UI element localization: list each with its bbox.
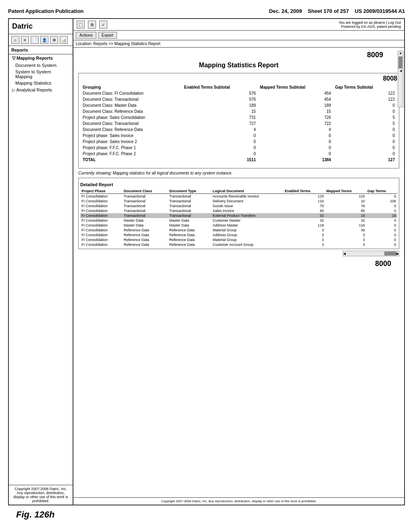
detail-col-doc-type: Document Type [168,189,212,194]
table-row: FI Consolidation Transactional Transacti… [80,208,397,213]
report-inner-number: 8008 [80,75,397,82]
table-row: Project phase: F.F.C. Phase 1 0 0 0 [81,145,396,150]
config-icon[interactable]: ⚙ [88,21,96,29]
table-row: Project phase: Sales Invoice 2 0 0 0 [81,139,396,144]
report-area: ▲ ◀ 8009 Mapping Statistics Report 8008 [73,48,404,497]
detail-col-enabled: Enabled Terms [284,189,325,194]
user-info-line1: You are logged on as jdoarre | Log Out [338,21,401,25]
bottom-scroll-area: ◀ ▶ [78,251,399,256]
sidebar-item-mapping-reports[interactable]: ▽ Mapping Reports [9,54,73,62]
sidebar-menu: ▽ Mapping Reports Document to System Sys… [9,54,73,485]
content-area: 📋 ⚙ ✓ You are logged on as jdoarre | Log… [73,19,404,505]
mapped-col-header: Mapped Terms Subtotal [258,85,332,90]
table-row: Document Class: Transactional 727 722 5 [81,121,396,126]
bottom-number: 8000 [78,260,399,268]
sidebar-logo: Datric [9,19,73,34]
detail-report-title: Detailed Report [80,182,397,187]
scroll-right-arrow[interactable]: ▶ [396,252,399,256]
table-row: FI Consolidation Transactional Transacti… [80,199,397,204]
scrollbar-right[interactable]: ▲ ◀ [398,51,403,107]
detail-col-gap: Gap Terms [366,189,397,194]
detail-table: Project Phase Document Class Document Ty… [80,189,397,247]
gap-col-header: Gap Terms Subtotal [334,85,396,90]
scroll-thumb [398,56,403,69]
sidebar: Datric ⌂ ≡ 📄 👤 ⚙ 📊 Reports ▽ Mapping Rep… [9,19,73,505]
detail-report-box: Detailed Report Project Phase Document C… [78,178,399,249]
sidebar-item-system-mapping[interactable]: System to System Mapping [9,69,73,80]
user-info: You are logged on as jdoarre | Log Out P… [338,21,401,29]
instance-note: Currently showing: Mapping statistics fo… [78,171,399,175]
export-button[interactable]: Export [98,32,117,39]
chart-icon[interactable]: 📊 [60,36,68,44]
scroll-left-arrow[interactable]: ◀ [343,252,346,256]
actions-button[interactable]: Actions [76,32,96,39]
scroll-down-icon: ◀ [400,69,402,73]
table-row: FI Consolidation Transactional Transacti… [80,204,397,208]
table-row: Document Class: Reference Data 4 4 0 [81,127,396,132]
sidebar-item-analytical-reports[interactable]: ▷ Analytical Reports [9,86,73,94]
sidebar-nav-label: Reports [9,46,73,54]
sidebar-item-doc-to-system[interactable]: Document to System [9,62,73,69]
table-row: Document Class: Master Data 189 189 0 [81,103,396,108]
sidebar-item-mapping-stats[interactable]: Mapping Statistics [9,80,73,86]
report-outline-box: 8008 Grouping Enabled Terms Subtotal Map… [78,73,399,168]
sidebar-copyright: Copyright 2007-2008 Datric, Inc. Any rep… [9,485,73,505]
scroll-thumb-h [384,251,396,256]
table-row: FI Consolidation Master Data Master Data… [80,223,397,228]
sheet-info: Dec. 24, 2009 Sheet 170 of 257 US 2009/0… [269,8,405,14]
content-copyright: Copyright 2007-2008 Datric, Inc. Any rep… [73,497,404,505]
scrollbar-bottom[interactable]: ◀ ▶ [343,251,399,256]
table-row: FI Consolidation Master Data Master Data… [80,218,397,223]
table-row: FI Consolidation Reference Data Referenc… [80,233,397,237]
main-content: Datric ⌂ ≡ 📄 👤 ⚙ 📊 Reports ▽ Mapping Rep… [8,18,405,505]
table-row: Project phase: Sales Invoice 0 0 0 [81,133,396,138]
report-title: Mapping Statistics Report [78,62,399,69]
detail-table-body: FI Consolidation Transactional Transacti… [80,194,397,247]
person-icon[interactable]: 👤 [40,36,48,44]
grouping-table-body: Document Class: FI Consolidation 576 454… [81,91,396,162]
table-row-total: TOTAL 1511 1384 127 [81,157,396,162]
table-row: FI Consolidation Reference Data Referenc… [80,237,397,242]
detail-col-doc-class: Document Class [123,189,168,194]
home-icon[interactable]: ⌂ [11,36,19,44]
content-header: 📋 ⚙ ✓ You are logged on as jdoarre | Log… [73,19,404,31]
table-row: FI Consolidation Transactional Transacti… [80,194,397,199]
gear-icon[interactable]: ⚙ [50,36,58,44]
fig-label: Fig. 126h [8,505,405,524]
user-info-line2: Powered by DX-ADS, patent pending [338,25,401,29]
top-toolbar: 📋 ⚙ ✓ [77,21,107,29]
doc-icon[interactable]: 📄 [31,36,39,44]
export-check-icon[interactable]: ✓ [99,21,107,29]
detail-col-mapped: Mapped Terms [325,189,366,194]
patent-header: Patent Application Publication Dec. 24, … [8,8,405,14]
grouping-table: Grouping Enabled Terms Subtotal Mapped T… [80,84,397,163]
scroll-up-arrow[interactable]: ▲ [399,51,402,55]
table-row-highlighted: FI Consolidation Transactional Transacti… [80,213,397,218]
table-row: Document Class: FI Consolidation 576 454… [81,91,396,96]
enabled-col-header: Enabled Terms Subtotal [182,85,257,90]
reports-icon[interactable]: 📋 [77,21,85,29]
table-row: Document Class: Transactional 576 454 12… [81,97,396,102]
table-row: Project phase: F.F.C. Phase 2 0 0 0 [81,151,396,156]
detail-col-logical-doc: Logical Document [211,189,284,194]
table-row: Document Class: Reference Data 15 15 0 [81,109,396,114]
table-row: FI Consolidation Reference Data Referenc… [80,242,397,247]
sidebar-icons-row: ⌂ ≡ 📄 👤 ⚙ 📊 [9,34,73,46]
publication-text: Patent Application Publication [8,8,83,14]
page-wrapper: Patent Application Publication Dec. 24, … [0,0,413,532]
report-top-number: 8009 [78,51,399,59]
list-icon[interactable]: ≡ [21,36,29,44]
toolbar: Actions Export [73,31,404,40]
detail-col-phase: Project Phase [80,189,123,194]
table-row: Project phase: Sales Consolidation 731 7… [81,115,396,120]
table-row: FI Consolidation Reference Data Referenc… [80,228,397,233]
grouping-col-label: Grouping [81,85,181,90]
breadcrumb: Location: Reports >> Mapping Statistics … [73,40,404,48]
